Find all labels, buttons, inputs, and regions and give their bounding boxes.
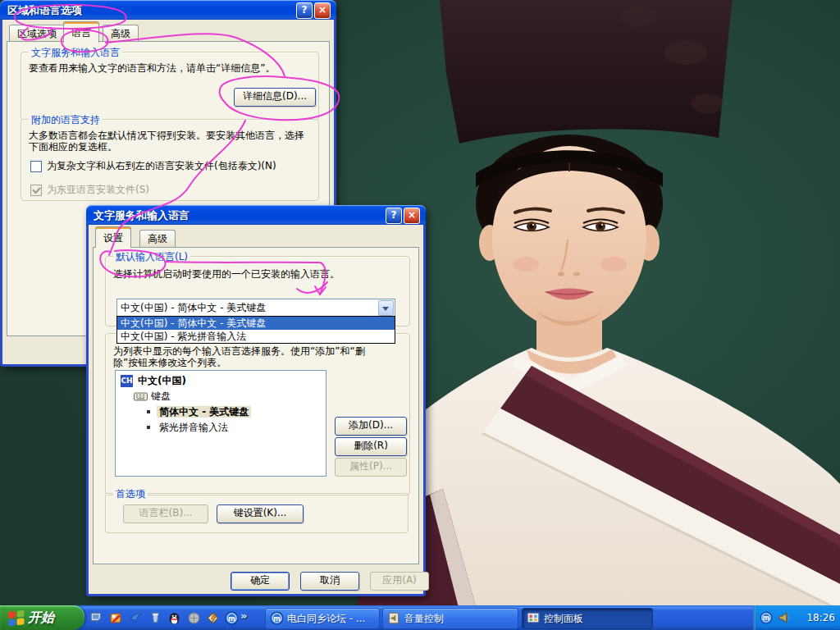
dialog-titlebar[interactable]: 区域和语言选项 ? × [0, 0, 336, 20]
text-services-dialog: 文字服务和输入语言 ? × 设置 高级 默认输入语言(L) 选择计算机启动时要使… [86, 205, 426, 596]
default-language-desc: 选择计算机启动时要使用的一个已安装的输入语言。 [113, 268, 340, 280]
quicklaunch-app-gray-icon[interactable] [187, 611, 201, 625]
dropdown-option[interactable]: 中文(中国) - 紫光拼音输入法 [117, 330, 395, 343]
dialog-title: 区域和语言选项 [7, 3, 82, 18]
quicklaunch-maxthon-icon[interactable]: m [225, 611, 239, 625]
text-services-desc: 要查看用来输入文字的语言和方法，请单击“详细信息”。 [29, 62, 275, 74]
system-tray: m 18:26 [753, 605, 840, 630]
svg-text:m: m [273, 614, 281, 623]
services-desc-line2: 除”按钮来修改这个列表。 [113, 357, 226, 368]
dialog-titlebar[interactable]: 文字服务和输入语言 ? × [86, 205, 426, 225]
language-bar-button[interactable]: 语言栏(B)... [123, 504, 208, 523]
taskbar-task-control-panel[interactable]: 控制面板 [522, 608, 653, 629]
start-button[interactable]: 开始 [0, 605, 84, 630]
combobox-value: 中文(中国) - 简体中文 - 美式键盘 [121, 301, 266, 315]
chevron-down-icon[interactable] [378, 300, 394, 316]
services-listbox[interactable]: CH 中文(中国) 键盘 简体中文 - 美式键盘 紫光拼音输入法 [115, 370, 326, 477]
bullet-icon [147, 426, 150, 429]
complex-script-label: 为复杂文字和从右到左的语言安装文件(包括泰文)(N) [47, 160, 276, 171]
start-label: 开始 [28, 609, 54, 627]
service-item[interactable]: 简体中文 - 美式键盘 [157, 406, 251, 418]
services-desc-line1: 为列表中显示的每个输入语言选择服务。使用“添加”和“删 [113, 345, 365, 357]
tray-clock[interactable]: 18:26 [806, 612, 835, 623]
task-label: 音量控制 [404, 612, 444, 626]
tray-volume-icon[interactable] [778, 611, 792, 624]
quicklaunch-messenger-icon[interactable] [148, 611, 162, 625]
groupbox-title: 文字服务和输入语言 [29, 46, 122, 60]
tab-regional-options[interactable]: 区域选项 [9, 25, 65, 43]
quicklaunch-winamp-icon[interactable] [206, 611, 220, 625]
tab-languages[interactable]: 语言 [63, 21, 99, 43]
control-panel-icon [527, 611, 540, 624]
tab-advanced[interactable]: 高级 [139, 230, 176, 248]
dialog-title: 文字服务和输入语言 [94, 208, 189, 223]
taskbar: 开始 m » m 电白同乡论坛 - ... [0, 605, 840, 630]
taskbar-task-forum[interactable]: m 电白同乡论坛 - ... [265, 608, 380, 629]
cancel-button[interactable]: 取消 [300, 572, 359, 591]
supplemental-desc-line2: 下面相应的复选框。 [29, 141, 117, 153]
quicklaunch-foxmail-icon[interactable] [129, 611, 143, 625]
complex-script-checkbox[interactable] [30, 161, 42, 172]
dropdown-option-selected[interactable]: 中文(中国) - 简体中文 - 美式键盘 [117, 317, 395, 330]
bullet-icon [147, 410, 150, 413]
groupbox-title: 首选项 [113, 487, 148, 501]
quicklaunch-overflow-chevron[interactable]: » [240, 609, 247, 622]
speaker-icon [387, 611, 400, 624]
east-asian-checkbox [30, 185, 42, 196]
help-button[interactable]: ? [386, 208, 402, 224]
groupbox-title: 附加的语言支持 [29, 113, 103, 127]
tab-advanced[interactable]: 高级 [103, 25, 139, 43]
key-settings-button[interactable]: 键设置(K)... [217, 504, 304, 523]
remove-button[interactable]: 删除(R) [335, 437, 407, 456]
task-label: 控制面板 [544, 612, 583, 626]
taskbar-task-volume[interactable]: 音量控制 [382, 608, 518, 629]
svg-text:m: m [763, 614, 769, 622]
tab-page: 默认输入语言(L) 选择计算机启动时要使用的一个已安装的输入语言。 中文(中国)… [93, 247, 419, 564]
close-button[interactable]: × [404, 208, 420, 224]
supplemental-desc-line1: 大多数语言都会在默认情况下得到安装。要安装其他语言，选择 [29, 130, 304, 141]
desktop: 我的电脑 xp 卡巴 毒 常用软件 [0, 0, 840, 630]
ok-button[interactable]: 确定 [231, 572, 290, 591]
details-button[interactable]: 详细信息(D)... [234, 88, 316, 107]
apply-button[interactable]: 应用(A) [370, 572, 429, 591]
tab-settings[interactable]: 设置 [95, 226, 131, 248]
quicklaunch-media-player-icon[interactable] [109, 611, 123, 625]
svg-text:m: m [228, 614, 235, 623]
add-button[interactable]: 添加(D)... [335, 417, 407, 436]
service-language: 中文(中国) [138, 375, 186, 386]
keyboard-icon [134, 391, 148, 402]
quicklaunch-show-desktop-icon[interactable] [90, 611, 104, 625]
service-item[interactable]: 紫光拼音输入法 [159, 422, 228, 433]
service-category: 键盘 [151, 390, 171, 402]
groupbox-title: 默认输入语言(L) [113, 250, 190, 264]
quicklaunch-qq-icon[interactable] [167, 611, 181, 625]
input-language-combobox[interactable]: 中文(中国) - 简体中文 - 美式键盘 [116, 299, 395, 317]
tray-maxthon-icon[interactable]: m [760, 611, 773, 624]
help-button[interactable]: ? [296, 2, 313, 19]
language-badge: CH [121, 375, 133, 387]
windows-logo-icon [7, 609, 25, 626]
task-label: 电白同乡论坛 - ... [287, 612, 365, 626]
close-button[interactable]: × [314, 2, 331, 19]
properties-button[interactable]: 属性(P)... [335, 458, 407, 477]
combobox-dropdown-list: 中文(中国) - 简体中文 - 美式键盘 中文(中国) - 紫光拼音输入法 [116, 316, 395, 344]
east-asian-label: 为东亚语言安装文件(S) [47, 184, 149, 195]
maxthon-icon: m [270, 611, 284, 625]
